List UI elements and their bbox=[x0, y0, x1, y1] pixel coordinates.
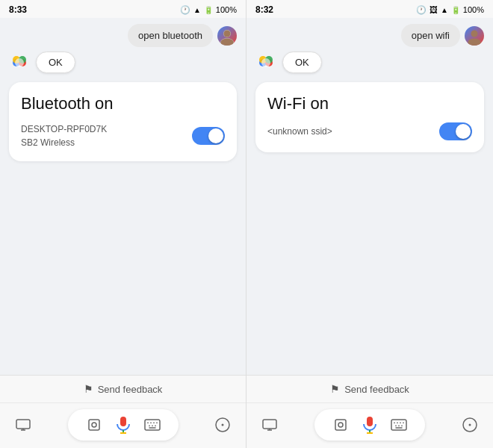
screenshot-icon-1[interactable] bbox=[83, 414, 105, 436]
alarm-icon-2: 🕐 bbox=[416, 5, 427, 15]
svg-point-28 bbox=[471, 30, 478, 37]
google-assistant-icon-1 bbox=[9, 52, 30, 73]
bluetooth-toggle[interactable] bbox=[192, 127, 225, 145]
svg-rect-17 bbox=[145, 420, 160, 430]
status-icons-2: 🕐 🖼 ▲ 🔋 100% bbox=[416, 5, 484, 15]
svg-rect-43 bbox=[391, 420, 406, 430]
ok-button-1[interactable]: OK bbox=[36, 52, 75, 73]
bottom-bar-2 bbox=[246, 402, 493, 448]
svg-point-13 bbox=[92, 423, 96, 427]
feedback-bar-2: ⚑ Send feedback bbox=[246, 375, 493, 402]
wifi-panel: 8:32 🕐 🖼 ▲ 🔋 100% open wifi bbox=[246, 0, 493, 448]
svg-point-2 bbox=[224, 30, 231, 37]
svg-rect-14 bbox=[120, 417, 126, 426]
status-bar-1: 8:33 🕐 ▲ 🔋 100% bbox=[0, 0, 246, 18]
feedback-bar-1: ⚑ Send feedback bbox=[0, 375, 246, 402]
time-1: 8:33 bbox=[9, 4, 27, 15]
user-command-bubble-2: open wifi bbox=[401, 24, 460, 47]
battery-icon-2: 🔋 bbox=[451, 6, 460, 14]
card-body-2: <unknown ssid> bbox=[267, 122, 472, 140]
main-content-2: open wifi OK Wi bbox=[246, 18, 493, 375]
bluetooth-device-2: SB2 Wireless bbox=[21, 136, 107, 149]
feedback-label-2: Send feedback bbox=[344, 384, 409, 395]
keyboard-icon-2[interactable] bbox=[388, 414, 410, 436]
card-body-1: DESKTOP-RPF0D7K SB2 Wireless bbox=[21, 122, 225, 149]
svg-rect-40 bbox=[367, 417, 373, 426]
tv-icon-2[interactable] bbox=[258, 414, 281, 436]
user-command-bubble-1: open bluetooth bbox=[128, 24, 213, 47]
status-bar-2: 8:32 🕐 🖼 ▲ 🔋 100% bbox=[246, 0, 493, 18]
screenshot-icon-2[interactable] bbox=[329, 414, 352, 436]
compass-icon-1[interactable] bbox=[211, 414, 234, 436]
assistant-row-2: OK bbox=[255, 52, 484, 73]
svg-point-39 bbox=[338, 423, 343, 427]
ok-button-2[interactable]: OK bbox=[282, 52, 322, 73]
svg-rect-12 bbox=[89, 420, 99, 430]
bluetooth-card: Bluetooth on DESKTOP-RPF0D7K SB2 Wireles… bbox=[9, 82, 237, 161]
image-icon: 🖼 bbox=[430, 5, 438, 14]
signal-icon: ▲ bbox=[193, 6, 201, 14]
send-feedback-button-2[interactable]: ⚑ Send feedback bbox=[330, 383, 409, 395]
battery-pct-1: 100% bbox=[216, 5, 237, 14]
svg-point-29 bbox=[468, 38, 481, 46]
main-content-1: open bluetooth bbox=[0, 18, 246, 375]
svg-point-34 bbox=[261, 58, 270, 67]
tv-icon-1[interactable] bbox=[12, 414, 34, 436]
feedback-icon-1: ⚑ bbox=[84, 383, 93, 395]
google-assistant-icon-2 bbox=[255, 52, 276, 73]
svg-rect-38 bbox=[335, 420, 346, 430]
user-bubble-row-2: open wifi bbox=[255, 24, 484, 47]
bluetooth-panel: 8:33 🕐 ▲ 🔋 100% open bluetooth bbox=[0, 0, 246, 448]
bluetooth-device-1: DESKTOP-RPF0D7K bbox=[21, 122, 107, 136]
user-avatar-1 bbox=[217, 26, 237, 46]
feedback-label-1: Send feedback bbox=[98, 384, 163, 395]
alarm-icon: 🕐 bbox=[180, 5, 190, 15]
compass-icon-2[interactable] bbox=[459, 414, 481, 436]
bottom-bar-1 bbox=[0, 402, 246, 448]
status-icons-1: 🕐 ▲ 🔋 100% bbox=[180, 5, 237, 15]
keyboard-icon-1[interactable] bbox=[141, 414, 164, 436]
mic-pill-1[interactable] bbox=[68, 409, 179, 441]
wifi-info: <unknown ssid> bbox=[267, 125, 332, 138]
bluetooth-info: DESKTOP-RPF0D7K SB2 Wireless bbox=[21, 122, 107, 149]
wifi-ssid: <unknown ssid> bbox=[267, 125, 332, 138]
feedback-icon-2: ⚑ bbox=[330, 383, 340, 395]
wifi-toggle[interactable] bbox=[439, 122, 472, 140]
microphone-icon-1[interactable] bbox=[114, 416, 132, 434]
battery-pct-2: 100% bbox=[463, 5, 484, 14]
send-feedback-button-1[interactable]: ⚑ Send feedback bbox=[84, 383, 163, 395]
svg-rect-9 bbox=[16, 420, 30, 429]
card-title-2: Wi-Fi on bbox=[267, 94, 472, 113]
svg-point-27 bbox=[222, 424, 224, 426]
signal-icon-2: ▲ bbox=[441, 6, 448, 14]
wifi-card: Wi-Fi on <unknown ssid> bbox=[255, 82, 484, 152]
assistant-row-1: OK bbox=[9, 52, 237, 73]
user-bubble-row-1: open bluetooth bbox=[9, 24, 237, 47]
mic-pill-2[interactable] bbox=[314, 409, 425, 441]
svg-point-53 bbox=[469, 424, 471, 426]
user-avatar-2 bbox=[465, 26, 484, 46]
card-title-1: Bluetooth on bbox=[21, 94, 225, 113]
microphone-icon-2[interactable] bbox=[361, 416, 379, 434]
time-2: 8:32 bbox=[255, 4, 273, 15]
svg-point-8 bbox=[15, 58, 24, 67]
battery-icon: 🔋 bbox=[204, 6, 213, 14]
svg-rect-35 bbox=[263, 420, 276, 429]
